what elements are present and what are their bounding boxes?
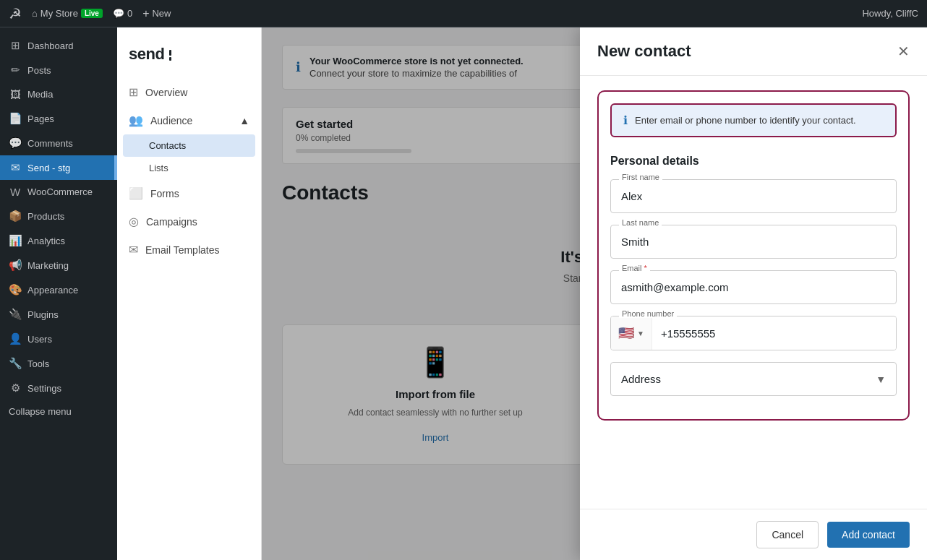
phone-input-wrap: 🇺🇸 ▼ <box>610 316 897 350</box>
users-icon: 👤 <box>9 332 22 345</box>
new-contact-modal: New contact ✕ ℹ Enter email or phone num… <box>580 27 927 560</box>
woocommerce-icon: W <box>9 186 22 198</box>
home-icon: ⌂ <box>32 8 38 19</box>
sidebar-item-tools[interactable]: 🔧 Tools <box>0 351 117 376</box>
collapse-label: Collapse menu <box>9 406 72 417</box>
posts-icon: ✏ <box>9 64 22 77</box>
sidebar-item-pages[interactable]: 📄 Pages <box>0 106 117 131</box>
marketing-icon: 📢 <box>9 259 22 272</box>
plugin-nav-overview[interactable]: ⊞ Overview <box>117 78 261 106</box>
sidebar-item-appearance[interactable]: 🎨 Appearance <box>0 277 117 302</box>
sidebar-item-plugins[interactable]: 🔌 Plugins <box>0 302 117 327</box>
modal-header: New contact ✕ <box>580 27 927 76</box>
sidebar-item-posts[interactable]: ✏ Posts <box>0 58 117 82</box>
first-name-label: First name <box>619 173 662 181</box>
sidebar-label-appearance: Appearance <box>27 285 78 296</box>
plugin-subnav-contacts[interactable]: Contacts <box>123 134 255 157</box>
personal-details-title: Personal details <box>610 155 897 168</box>
info-banner-text: Enter email or phone number to identify … <box>635 115 856 126</box>
campaigns-icon: ◎ <box>129 215 139 228</box>
send-logo: send <box>117 36 261 78</box>
plugin-nav-campaigns-label: Campaigns <box>146 216 197 228</box>
add-contact-button[interactable]: Add contact <box>827 522 910 548</box>
sidebar-label-media: Media <box>27 89 53 100</box>
plugin-sidebar: send ⊞ Overview 👥 Audience ▲ <box>117 27 262 560</box>
lists-sub-label: Lists <box>149 163 168 173</box>
store-home-link[interactable]: ⌂ My Store Live <box>32 8 103 19</box>
phone-flag-selector[interactable]: 🇺🇸 ▼ <box>611 316 652 350</box>
modal-footer: Cancel Add contact <box>580 509 927 560</box>
new-content-link[interactable]: + New <box>142 7 171 20</box>
modal-overlay: New contact ✕ ℹ Enter email or phone num… <box>262 27 927 560</box>
sidebar-item-comments[interactable]: 💬 Comments <box>0 131 117 155</box>
analytics-icon: 📊 <box>9 234 22 247</box>
wp-sidebar: ⊞ Dashboard ✏ Posts 🖼 Media 📄 Pages 💬 Co… <box>0 27 117 560</box>
plugin-nav-forms-label: Forms <box>150 188 179 199</box>
sidebar-item-send-stg[interactable]: ✉ Send - stg <box>0 155 117 180</box>
logo-bar-2 <box>169 57 171 61</box>
audience-section: 👥 Audience ▲ Contacts Lists <box>117 106 261 179</box>
sidebar-item-woocommerce[interactable]: W WooCommerce <box>0 180 117 204</box>
sidebar-label-posts: Posts <box>27 65 51 76</box>
send-logo-text: send <box>129 45 171 64</box>
highlighted-form-box: ℹ Enter email or phone number to identif… <box>597 90 910 421</box>
products-icon: 📦 <box>9 210 22 223</box>
sidebar-label-dashboard: Dashboard <box>27 40 74 51</box>
media-icon: 🖼 <box>9 88 22 100</box>
sidebar-label-products: Products <box>27 211 64 222</box>
sidebar-item-settings[interactable]: ⚙ Settings <box>0 376 117 400</box>
sidebar-item-users[interactable]: 👤 Users <box>0 327 117 351</box>
admin-bar: ☭ ⌂ My Store Live 💬 0 + New Howdy, Cliff… <box>0 0 927 27</box>
phone-number-input[interactable] <box>652 317 896 350</box>
email-input[interactable] <box>610 270 897 304</box>
sidebar-label-send: Send - stg <box>27 163 70 173</box>
plugin-content: ℹ Your WooCommerce store is not yet conn… <box>262 27 927 560</box>
sidebar-label-users: Users <box>27 334 52 345</box>
sidebar-item-marketing[interactable]: 📢 Marketing <box>0 253 117 277</box>
address-dropdown-icon: ▼ <box>876 374 886 385</box>
last-name-input[interactable] <box>610 225 897 259</box>
logo-bar-1 <box>169 50 171 56</box>
email-templates-icon: ✉ <box>129 243 138 257</box>
sidebar-label-woocommerce: WooCommerce <box>27 186 93 197</box>
settings-icon: ⚙ <box>9 382 22 395</box>
comments-link[interactable]: 💬 0 <box>113 8 132 19</box>
tools-icon: 🔧 <box>9 357 22 370</box>
email-required-marker: * <box>644 264 647 272</box>
audience-header[interactable]: 👥 Audience ▲ <box>117 106 261 134</box>
last-name-label: Last name <box>619 218 662 227</box>
sidebar-label-comments: Comments <box>27 138 73 149</box>
sidebar-item-media[interactable]: 🖼 Media <box>0 82 117 106</box>
overview-icon: ⊞ <box>129 85 138 99</box>
plugin-nav-email-templates-label: Email Templates <box>145 244 219 256</box>
us-flag-icon: 🇺🇸 <box>618 325 634 341</box>
sidebar-item-products[interactable]: 📦 Products <box>0 204 117 228</box>
send-icon: ✉ <box>9 161 22 174</box>
sidebar-item-dashboard[interactable]: ⊞ Dashboard <box>0 33 117 58</box>
live-badge: Live <box>81 9 103 18</box>
plugin-nav-campaigns[interactable]: ◎ Campaigns <box>117 207 261 236</box>
user-greeting: Howdy, CliffC <box>862 8 918 19</box>
sidebar-label-tools: Tools <box>27 358 49 369</box>
audience-icon: 👥 <box>129 113 143 127</box>
plugin-nav-email-templates[interactable]: ✉ Email Templates <box>117 236 261 264</box>
modal-title: New contact <box>597 42 691 61</box>
plugin-subnav-lists[interactable]: Lists <box>117 157 261 179</box>
collapse-menu-button[interactable]: Collapse menu <box>0 400 117 423</box>
plugin-nav-forms[interactable]: ⬜ Forms <box>117 179 261 207</box>
first-name-input[interactable] <box>610 179 897 213</box>
comment-bubble-icon: 💬 <box>113 8 124 19</box>
plugin-nav-overview-label: Overview <box>145 87 187 98</box>
modal-body: ℹ Enter email or phone number to identif… <box>580 76 927 509</box>
address-selector[interactable]: Address ▼ <box>610 362 897 396</box>
sidebar-label-marketing: Marketing <box>27 260 69 271</box>
wp-logo-icon[interactable]: ☭ <box>9 5 22 22</box>
email-label: Email * <box>619 264 650 272</box>
sidebar-label-plugins: Plugins <box>27 309 59 320</box>
plugins-icon: 🔌 <box>9 308 22 321</box>
cancel-button[interactable]: Cancel <box>756 521 819 548</box>
new-label: New <box>152 8 171 19</box>
modal-close-button[interactable]: ✕ <box>897 43 910 60</box>
sidebar-item-analytics[interactable]: 📊 Analytics <box>0 228 117 253</box>
address-label: Address <box>621 373 661 385</box>
